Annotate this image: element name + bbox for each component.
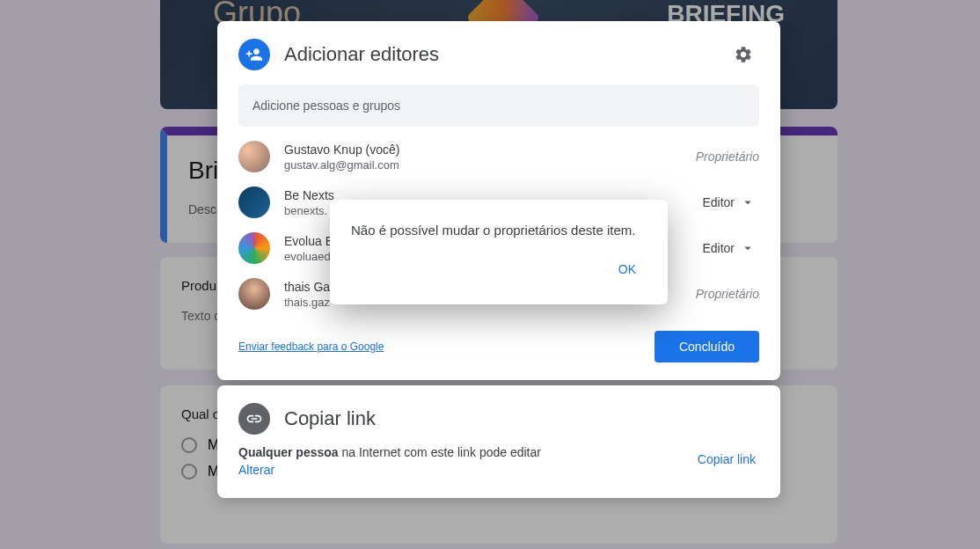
get-link-panel: Copiar link Qualquer pessoa na Internet …	[217, 385, 780, 498]
done-button[interactable]: Concluído	[655, 331, 759, 362]
chevron-down-icon	[740, 240, 756, 256]
anyone-rest: na Internet com este link pode editar	[339, 445, 541, 459]
get-link-body: Qualquer pessoa na Internet com este lin…	[238, 445, 759, 477]
alert-dialog: Não é possível mudar o proprietários des…	[330, 200, 668, 304]
link-access-description: Qualquer pessoa na Internet com este lin…	[238, 445, 541, 477]
user-email: gustav.alg@gmail.com	[284, 158, 696, 172]
add-people-placeholder: Adicione pessoas e grupos	[252, 99, 745, 113]
settings-button[interactable]	[728, 39, 759, 70]
role-label-owner: Proprietário	[696, 287, 759, 301]
share-dialog-title: Adicionar editores	[284, 43, 728, 66]
avatar	[238, 232, 270, 264]
avatar	[238, 278, 270, 310]
role-dropdown[interactable]: Editor	[698, 189, 759, 216]
user-name: Gustavo Knup (você)	[284, 143, 696, 157]
user-info: Gustavo Knup (você) gustav.alg@gmail.com	[284, 143, 696, 172]
person-add-icon	[238, 39, 270, 70]
link-icon	[238, 403, 270, 435]
send-feedback-link[interactable]: Enviar feedback para o Google	[238, 340, 384, 353]
link-access-text: Qualquer pessoa na Internet com este lin…	[238, 445, 541, 459]
role-label-owner: Proprietário	[696, 150, 759, 164]
role-label: Editor	[702, 241, 735, 255]
gear-icon	[734, 45, 753, 64]
share-dialog-header: Adicionar editores	[217, 21, 780, 84]
alert-message: Não é possível mudar o proprietários des…	[351, 221, 647, 241]
role-label: Editor	[702, 195, 735, 209]
avatar	[238, 141, 270, 172]
get-link-header: Copiar link	[238, 403, 759, 435]
change-access-link[interactable]: Alterar	[238, 463, 541, 477]
chevron-down-icon	[740, 194, 756, 210]
editor-row: Gustavo Knup (você) gustav.alg@gmail.com…	[217, 134, 780, 179]
alert-actions: OK	[351, 255, 647, 283]
share-dialog-footer: Enviar feedback para o Google Concluído	[217, 317, 780, 380]
ok-button[interactable]: OK	[608, 255, 647, 283]
get-link-title: Copiar link	[284, 407, 376, 430]
role-dropdown[interactable]: Editor	[698, 235, 759, 261]
copy-link-button[interactable]: Copiar link	[694, 445, 759, 473]
avatar	[238, 187, 270, 218]
add-people-input[interactable]: Adicione pessoas e grupos	[238, 84, 759, 127]
anyone-bold: Qualquer pessoa	[238, 445, 339, 459]
